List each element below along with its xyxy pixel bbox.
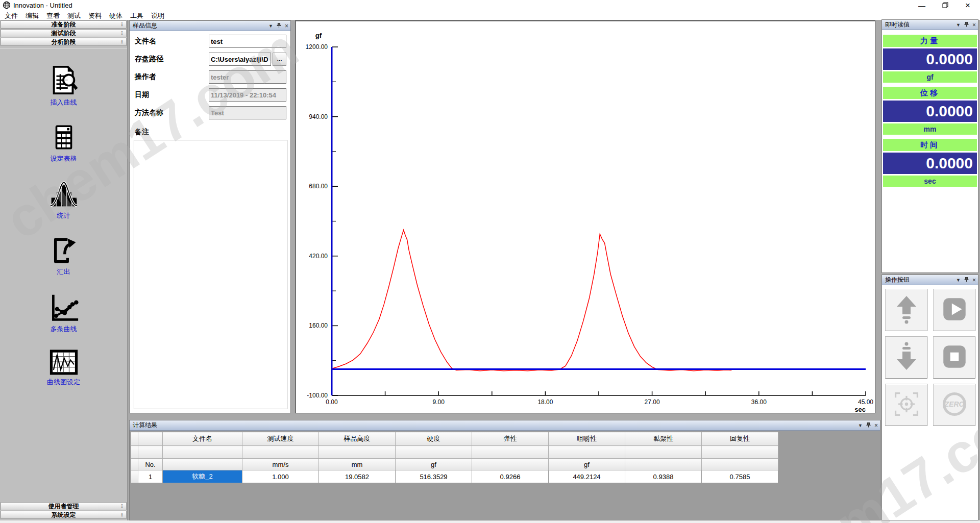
panel-close-icon[interactable]: × <box>972 278 976 283</box>
play-icon <box>940 294 969 326</box>
sidebar-tab-1-label: 准备阶段 <box>52 21 76 28</box>
field-input-1[interactable] <box>209 35 286 48</box>
field-input-2[interactable] <box>209 53 271 66</box>
tool-calculator[interactable]: 设定表格 <box>0 122 127 163</box>
svg-text:ZERO: ZERO <box>944 400 964 408</box>
readouts-panel: 即时读值 ▼× 力量0.0000gf位移0.0000mm时间0.0000sec <box>881 19 978 273</box>
field-label: 存盘路径 <box>135 55 163 64</box>
result-cell[interactable]: 19.0582 <box>319 470 396 483</box>
cell-file-name[interactable]: 软糖_2 <box>163 470 242 483</box>
field-row-3: 操作者 <box>134 70 286 84</box>
menu-item-5[interactable]: 资料 <box>85 11 105 21</box>
tool-label: 曲线图设定 <box>0 378 127 387</box>
start-button[interactable] <box>933 289 975 331</box>
panel-close-icon[interactable]: × <box>874 423 878 428</box>
grip-dots-icon: ⋮ <box>119 38 125 45</box>
menu-item-7[interactable]: 工具 <box>127 11 146 21</box>
restore-button[interactable] <box>934 0 957 11</box>
panel-dropdown-icon[interactable]: ▼ <box>268 23 273 29</box>
target-button[interactable] <box>885 384 927 426</box>
panel-pin-icon[interactable] <box>866 422 871 429</box>
sidebar-tab-2-label: 测试阶段 <box>52 30 76 37</box>
force-time-chart: 0.009.0018.0027.0036.0045.001200.00940.0… <box>296 21 874 412</box>
result-cell[interactable]: 1.000 <box>242 470 319 483</box>
sidebar-tab-1[interactable]: 准备阶段⋮ <box>1 20 127 29</box>
app-icon <box>3 1 11 9</box>
panel-pin-icon[interactable] <box>277 23 281 29</box>
notes-label: 备注 <box>135 128 290 137</box>
field-input-4[interactable] <box>209 88 286 102</box>
menu-item-4[interactable]: 测试 <box>64 11 84 21</box>
sidebar-tools: 插入曲线设定表格统计汇出多条曲线曲线图设定 <box>0 48 127 497</box>
jog-up-button[interactable] <box>885 289 927 331</box>
zero-button[interactable]: ZERO <box>933 384 975 426</box>
svg-text:27.00: 27.00 <box>645 399 660 406</box>
arrow-down-icon <box>892 341 921 374</box>
table-cell <box>138 446 163 459</box>
readouts-title: 即时读值 <box>885 21 910 28</box>
panel-pin-icon[interactable] <box>964 277 969 283</box>
readouts-header: 即时读值 ▼× <box>882 20 978 30</box>
field-input-3[interactable] <box>209 70 286 84</box>
panel-dropdown-icon[interactable]: ▼ <box>858 423 863 428</box>
column-unit <box>625 459 702 470</box>
table-cell <box>131 470 138 483</box>
svg-text:45.00: 45.00 <box>858 399 873 406</box>
tool-multi-curve[interactable]: 多条曲线 <box>0 292 127 334</box>
grip-dots-icon: ⋮ <box>119 21 125 28</box>
sample-info-title: 样品信息 <box>133 22 157 29</box>
browse-button[interactable]: ... <box>273 53 286 66</box>
tool-label: 多条曲线 <box>0 325 127 334</box>
tool-label: 汇出 <box>0 267 127 277</box>
panel-close-icon[interactable]: × <box>972 22 976 28</box>
menu-item-3[interactable]: 查看 <box>43 11 63 21</box>
tool-statistics[interactable]: 统计 <box>0 179 127 220</box>
svg-text:36.00: 36.00 <box>751 399 767 406</box>
row-number[interactable]: 1 <box>138 470 163 483</box>
tool-export[interactable]: 汇出 <box>0 236 127 277</box>
sidebar: 准备阶段⋮测试阶段⋮分析阶段⋮ 插入曲线设定表格统计汇出多条曲线曲线图设定 使用… <box>0 20 128 520</box>
svg-text:940.00: 940.00 <box>309 113 328 120</box>
result-cell[interactable]: 449.2124 <box>549 470 625 483</box>
row-number-header: No. <box>138 459 163 470</box>
jog-down-button[interactable] <box>885 336 927 379</box>
column-header: 咀嚼性 <box>549 432 625 446</box>
sidebar-bottom-tab-1[interactable]: 使用者管理⋮ <box>1 502 127 510</box>
panel-close-icon[interactable]: × <box>285 23 288 29</box>
menu-item-8[interactable]: 说明 <box>148 11 167 21</box>
panel-pin-icon[interactable] <box>964 22 969 28</box>
sidebar-bottom-tab-2[interactable]: 系统设定⋮ <box>1 511 127 519</box>
field-row-2: 存盘路径... <box>134 53 286 66</box>
result-cell[interactable]: 0.7585 <box>702 470 778 483</box>
result-cell[interactable]: 0.9388 <box>625 470 702 483</box>
result-cell[interactable]: 0.9266 <box>472 470 549 483</box>
table-cell <box>472 446 549 459</box>
menu-item-1[interactable]: 文件 <box>2 11 21 21</box>
sidebar-tab-2[interactable]: 测试阶段⋮ <box>1 29 127 37</box>
grip-dots-icon: ⋮ <box>119 30 125 37</box>
sidebar-bottom-tab-2-label: 系统设定 <box>52 511 76 518</box>
menu-item-6[interactable]: 硬体 <box>106 11 126 21</box>
tool-insert-curve[interactable]: 插入曲线 <box>0 64 127 107</box>
svg-text:gf: gf <box>315 32 322 39</box>
readout-unit: sec <box>883 176 977 187</box>
panel-dropdown-icon[interactable]: ▼ <box>956 278 961 283</box>
close-button[interactable]: × <box>957 0 979 11</box>
sample-info-panel: 样品信息 ▼× 文件名存盘路径...操作者日期方法名称 备注 <box>129 20 291 413</box>
notes-textarea[interactable] <box>134 140 287 409</box>
table-cell <box>131 432 138 446</box>
field-input-5[interactable] <box>209 106 286 119</box>
tool-curve-settings[interactable]: 曲线图设定 <box>0 349 127 387</box>
results-panel: 计算结果 ▼× 文件名测试速度样品高度硬度弹性咀嚼性黏聚性回复性No.mm/sm… <box>129 420 880 520</box>
stop-button[interactable] <box>933 336 975 379</box>
result-cell[interactable]: 516.3529 <box>396 470 472 483</box>
calculator-icon <box>49 122 79 152</box>
column-header: 黏聚性 <box>625 432 702 446</box>
minimize-button[interactable]: — <box>911 0 933 11</box>
stop-icon <box>940 342 969 373</box>
menu-item-2[interactable]: 编辑 <box>22 11 42 21</box>
sidebar-tab-3[interactable]: 分析阶段⋮ <box>1 38 127 46</box>
column-header: 弹性 <box>472 432 549 446</box>
table-cell <box>319 446 396 459</box>
panel-dropdown-icon[interactable]: ▼ <box>956 22 961 28</box>
